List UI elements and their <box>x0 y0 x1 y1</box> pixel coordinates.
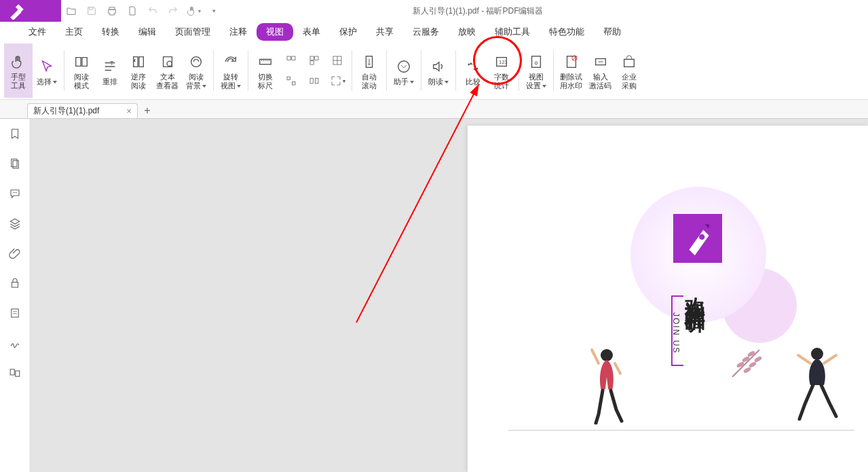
menu-access[interactable]: 辅助工具 <box>485 23 540 41</box>
read-aloud-button[interactable]: 朗读 <box>424 43 453 98</box>
menu-view[interactable]: 视图 <box>257 23 293 41</box>
ruler-icon <box>258 51 273 73</box>
svg-rect-32 <box>15 371 19 376</box>
menu-share[interactable]: 共享 <box>366 23 403 41</box>
menu-features[interactable]: 特色功能 <box>540 23 594 41</box>
logo-square-icon <box>673 214 722 263</box>
page-icon[interactable] <box>122 0 143 22</box>
reverse-read-button[interactable]: 逆序阅读 <box>124 43 153 98</box>
svg-rect-8 <box>310 61 314 65</box>
hand-dropdown-icon[interactable]: ▾ <box>183 0 204 22</box>
enterprise-button[interactable]: 企业采购 <box>615 43 643 98</box>
helper-icon <box>396 56 411 77</box>
compare-side-icon[interactable] <box>7 365 23 381</box>
menu-form[interactable]: 表单 <box>293 23 330 41</box>
grid-icon[interactable] <box>280 50 303 71</box>
svg-rect-10 <box>287 77 290 80</box>
ribbon-separator <box>386 50 387 91</box>
menu-convert[interactable]: 转换 <box>92 23 129 41</box>
bookmark-icon[interactable] <box>7 126 23 142</box>
divider-line <box>508 430 854 431</box>
print-icon[interactable] <box>102 0 122 22</box>
read-bg-button[interactable]: 阅读背景 <box>182 43 210 98</box>
side-toolbar <box>0 119 30 472</box>
view-settings-button[interactable]: 视图设置 <box>522 43 550 98</box>
menu-present[interactable]: 放映 <box>449 23 485 41</box>
tab-label: 新人引导(1)(1).pdf <box>33 105 99 117</box>
close-tab-icon[interactable]: × <box>126 106 132 116</box>
ribbon-separator <box>352 50 352 91</box>
fit-dropdown-icon[interactable]: ▾ <box>326 71 349 91</box>
svg-text:123: 123 <box>499 59 507 65</box>
form-icon[interactable] <box>7 305 23 321</box>
compare-button[interactable]: 比较 <box>459 43 487 98</box>
bg-icon <box>189 51 204 73</box>
activation-button[interactable]: 输入激活码 <box>586 43 615 98</box>
svg-point-33 <box>699 234 704 240</box>
menu-protect[interactable]: 保护 <box>330 23 366 41</box>
rearrange-button[interactable]: T重排 <box>96 43 124 98</box>
layers-icon[interactable] <box>7 215 23 232</box>
comment-icon[interactable] <box>7 185 23 202</box>
svg-rect-4 <box>287 56 290 60</box>
quick-access-toolbar: ▾ ▾ <box>61 0 224 22</box>
cursor-icon <box>39 56 54 77</box>
ribbon-separator <box>553 50 554 91</box>
person-illustration-1 <box>580 343 634 424</box>
read-mode-button[interactable]: 阅读模式 <box>67 43 96 98</box>
small-icon-b[interactable] <box>303 71 326 91</box>
person-illustration-2 <box>790 343 844 424</box>
select-button[interactable]: 选择 <box>33 43 61 98</box>
menu-cloud[interactable]: 云服务 <box>403 23 449 41</box>
ribbon-separator <box>518 50 519 91</box>
svg-point-35 <box>811 348 823 360</box>
reverse-icon <box>131 51 146 73</box>
menu-help[interactable]: 帮助 <box>594 23 630 41</box>
word-count-button[interactable]: 123字数统计 <box>487 43 516 98</box>
svg-point-34 <box>601 349 613 361</box>
svg-rect-23 <box>624 59 635 67</box>
window-title: 新人引导(1)(1).pdf - 福昕PDF编辑器 <box>224 5 868 17</box>
ruler-button[interactable]: 切换标尺 <box>251 43 280 98</box>
save-icon[interactable] <box>81 0 102 22</box>
svg-point-39 <box>742 366 751 374</box>
remove-watermark-button[interactable]: 删除试用水印 <box>556 43 586 98</box>
svg-rect-6 <box>310 56 314 60</box>
grid2-icon[interactable] <box>303 50 326 71</box>
join-us-text: JOIN US <box>671 312 681 354</box>
small-icon-a[interactable] <box>280 71 303 91</box>
menu-file[interactable]: 文件 <box>19 23 56 41</box>
hand-tool-button[interactable]: 手型工具 <box>4 43 33 98</box>
compare-icon <box>466 56 480 77</box>
svg-point-19 <box>535 62 537 65</box>
redo-icon[interactable] <box>163 0 183 22</box>
qat-dropdown-icon[interactable]: ▾ <box>204 0 224 22</box>
svg-text:T: T <box>110 60 114 67</box>
undo-icon[interactable] <box>143 0 163 22</box>
security-icon[interactable] <box>7 275 23 291</box>
helper-button[interactable]: 助手 <box>390 43 418 98</box>
text-viewer-button[interactable]: 文本查看器 <box>153 43 182 98</box>
welcome-text: 欢迎来到福昕 <box>681 282 709 298</box>
grid3-icon[interactable] <box>326 50 349 71</box>
add-tab-button[interactable]: + <box>138 103 157 118</box>
key-icon <box>593 51 608 73</box>
auto-scroll-button[interactable]: 自动滚动 <box>355 43 383 98</box>
small-view-group: ▾ <box>280 43 349 98</box>
app-logo-icon[interactable] <box>0 0 61 22</box>
document-tab[interactable]: 新人引导(1)(1).pdf × <box>27 103 138 118</box>
open-icon[interactable] <box>61 0 81 22</box>
rotate-button[interactable]: 旋转视图 <box>216 43 245 98</box>
pages-icon[interactable] <box>7 156 23 172</box>
signature-icon[interactable] <box>7 335 23 351</box>
menu-annotate[interactable]: 注释 <box>220 23 257 41</box>
svg-rect-31 <box>10 369 14 375</box>
svg-point-40 <box>748 361 757 368</box>
menu-home[interactable]: 主页 <box>56 23 92 41</box>
menu-page[interactable]: 页面管理 <box>166 23 220 41</box>
document-canvas[interactable]: 欢迎来到福昕 JOIN US <box>30 119 868 472</box>
attach-icon[interactable] <box>7 245 23 261</box>
hand-icon <box>11 51 26 73</box>
menu-edit[interactable]: 编辑 <box>129 23 166 41</box>
svg-point-26 <box>13 192 14 194</box>
